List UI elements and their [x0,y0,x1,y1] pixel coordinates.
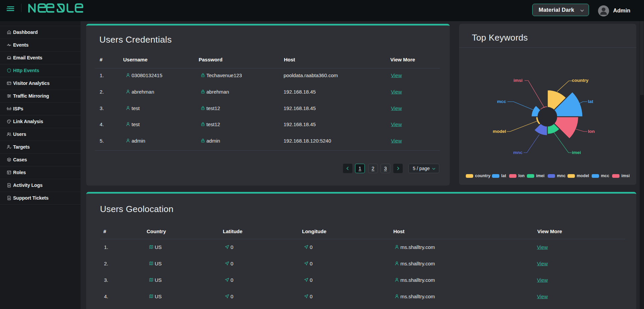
svg-text:lat: lat [588,99,593,104]
svg-text:mcc: mcc [497,99,506,104]
svg-text:imsi: imsi [513,78,523,83]
svg-text:lon: lon [588,129,595,134]
svg-text:imei: imei [572,150,581,155]
svg-text:model: model [493,129,506,134]
svg-text:mnc: mnc [513,150,523,155]
svg-text:country: country [572,78,589,83]
